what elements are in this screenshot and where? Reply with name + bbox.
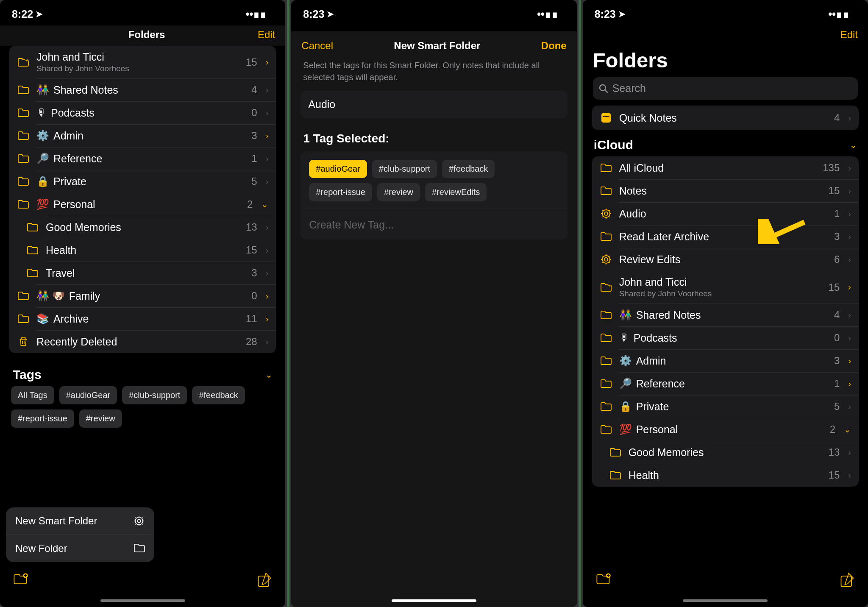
folder-icon (17, 175, 30, 188)
folder-icon (26, 244, 39, 256)
chevron-right-icon: › (266, 131, 269, 141)
folder-row[interactable]: 💯Personal2⌄ (592, 418, 859, 441)
compose-button[interactable] (839, 571, 855, 589)
tag-chip[interactable]: #audioGear (59, 386, 117, 404)
folder-icon (17, 84, 30, 96)
tag-chip[interactable]: #reviewEdits (425, 183, 487, 201)
folder-icon (600, 184, 612, 197)
folder-row[interactable]: Health15› (9, 239, 276, 262)
row-count: 15 (829, 281, 840, 293)
cell-signal-icon: ••∎∎ (537, 8, 558, 20)
cancel-button[interactable]: Cancel (301, 40, 333, 52)
folder-row[interactable]: All iCloud135› (592, 156, 859, 179)
folder-name-input[interactable]: Audio (300, 91, 567, 118)
row-count: 135 (823, 162, 840, 174)
row-count: 5 (251, 175, 257, 187)
chevron-right-icon: › (848, 402, 851, 412)
folder-row[interactable]: 👫 🐶Family0› (9, 284, 276, 307)
folder-row[interactable]: Audio1› (592, 202, 859, 225)
row-count: 15 (829, 469, 840, 481)
row-emoji: 👫 (36, 84, 49, 96)
row-emoji: 🎙 (36, 107, 47, 119)
new-folder-button[interactable] (595, 571, 612, 589)
quick-notes-row[interactable]: Quick Notes 4 › (592, 106, 859, 130)
folder-row[interactable]: 🔎Reference1› (9, 147, 276, 170)
location-icon: ➤ (36, 9, 43, 19)
chevron-right-icon: › (266, 108, 269, 118)
folder-row[interactable]: Travel3› (9, 262, 276, 284)
tag-chip[interactable]: #audioGear (309, 160, 367, 178)
tags-section-header[interactable]: Tags ⌄ (11, 368, 274, 386)
new-smart-folder-item[interactable]: New Smart Folder (6, 507, 154, 535)
row-emoji: 🔒 (36, 175, 49, 187)
row-emoji: 💯 (619, 423, 632, 435)
folder-row[interactable]: ⚙️Admin3› (9, 124, 276, 147)
folder-row[interactable]: 🔒Private5› (9, 170, 276, 193)
row-count: 4 (251, 84, 257, 96)
folder-row[interactable]: Notes15› (592, 179, 859, 202)
folder-row[interactable]: John and TicciShared by John Voorhees15› (592, 271, 859, 304)
done-button[interactable]: Done (541, 40, 567, 52)
tag-chip[interactable]: #club-support (122, 386, 187, 404)
folder-row[interactable]: ⚙️Admin3› (592, 349, 859, 372)
row-count: 0 (251, 290, 257, 302)
tag-chip[interactable]: #report-issue (11, 409, 74, 428)
cell-signal-icon: ••∎∎ (246, 8, 267, 20)
folder-row[interactable]: 🔒Private5› (592, 395, 859, 418)
folder-row[interactable]: 🔎Reference1› (592, 372, 859, 395)
tag-chip[interactable]: #feedback (442, 160, 495, 178)
row-label: Health (46, 244, 239, 256)
folder-row[interactable]: 🎙Podcasts0› (592, 326, 859, 349)
tag-chip[interactable]: #report-issue (309, 183, 372, 201)
folder-row[interactable]: Health15› (592, 464, 859, 487)
folder-row[interactable]: Good Memories13› (9, 216, 276, 239)
tag-chip[interactable]: #club-support (372, 160, 437, 178)
chevron-right-icon: › (266, 268, 269, 278)
folder-row[interactable]: 💯Personal2⌄ (9, 193, 276, 216)
folder-row[interactable]: 📚Archive11› (9, 307, 276, 330)
folder-row[interactable]: Good Memories13› (592, 441, 859, 464)
folder-list: John and TicciShared by John Voorhees15›… (9, 46, 276, 353)
folder-icon (609, 469, 622, 482)
tag-chip[interactable]: #review (79, 409, 122, 428)
compose-button[interactable] (256, 571, 273, 589)
chevron-right-icon: › (266, 154, 269, 164)
edit-button[interactable]: Edit (258, 29, 275, 41)
row-label: Good Memories (629, 446, 822, 459)
status-time: 8:23 (595, 8, 616, 20)
folder-row[interactable]: Read Later Archive3› (592, 225, 859, 248)
new-folder-button[interactable] (13, 571, 29, 589)
tag-chip[interactable]: #review (377, 183, 420, 201)
create-new-tag-input[interactable]: Create New Tag... (300, 210, 567, 239)
row-count: 0 (251, 107, 257, 119)
folder-row[interactable]: 👫Shared Notes4› (592, 304, 859, 326)
chevron-right-icon: › (266, 177, 269, 187)
tag-chip[interactable]: #feedback (192, 386, 245, 404)
search-icon (599, 84, 608, 93)
row-count: 3 (834, 231, 840, 242)
tags-list: All Tags#audioGear#club-support#feedback… (11, 386, 274, 428)
menu-label: New Smart Folder (15, 515, 97, 527)
folder-icon (17, 198, 30, 211)
row-label: 💯Personal (619, 423, 823, 436)
search-input[interactable]: Search (593, 77, 858, 100)
row-label: Health (629, 469, 822, 482)
folder-icon (133, 543, 145, 554)
status-time: 8:22 (12, 8, 33, 20)
screenshot-pane-3: 8:23 ➤ ••∎∎ Edit Folders Search Quick No… (583, 0, 868, 607)
edit-button[interactable]: Edit (840, 29, 858, 41)
new-folder-item[interactable]: New Folder (6, 535, 154, 562)
folder-row[interactable]: 🎙Podcasts0› (9, 101, 276, 124)
icloud-section-header[interactable]: iCloud ⌄ (592, 138, 859, 156)
folder-row[interactable]: Review Edits6› (592, 248, 859, 271)
row-count: 0 (834, 332, 840, 344)
folder-row[interactable]: 👫Shared Notes4› (9, 78, 276, 101)
folder-row[interactable]: Recently Deleted28› (9, 330, 276, 353)
folder-icon (17, 106, 30, 119)
chevron-right-icon: › (848, 113, 851, 123)
folder-row[interactable]: John and TicciShared by John Voorhees15› (9, 46, 276, 78)
row-label: ⚙️Admin (36, 130, 245, 142)
chevron-right-icon: › (848, 471, 851, 480)
row-label: 🎙Podcasts (619, 332, 827, 344)
tag-chip[interactable]: All Tags (11, 386, 54, 404)
